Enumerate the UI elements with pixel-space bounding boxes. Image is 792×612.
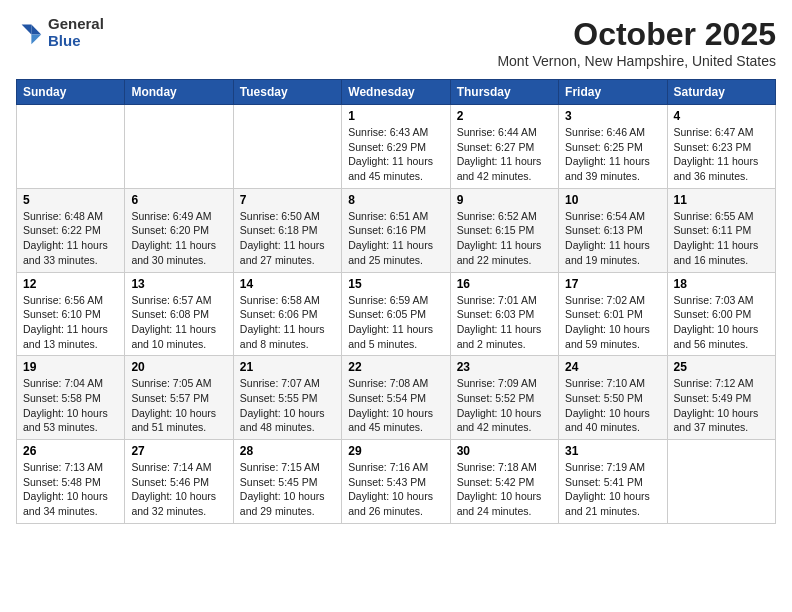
day-detail: Sunrise: 7:01 AMSunset: 6:03 PMDaylight:… [457,293,552,352]
calendar-cell [667,440,775,524]
day-number: 20 [131,360,226,374]
svg-marker-2 [22,24,32,34]
calendar-cell: 15Sunrise: 6:59 AMSunset: 6:05 PMDayligh… [342,272,450,356]
day-detail: Sunrise: 7:19 AMSunset: 5:41 PMDaylight:… [565,460,660,519]
location-title: Mont Vernon, New Hampshire, United State… [497,53,776,69]
day-detail: Sunrise: 7:02 AMSunset: 6:01 PMDaylight:… [565,293,660,352]
day-number: 16 [457,277,552,291]
day-detail: Sunrise: 7:04 AMSunset: 5:58 PMDaylight:… [23,376,118,435]
day-detail: Sunrise: 6:47 AMSunset: 6:23 PMDaylight:… [674,125,769,184]
day-detail: Sunrise: 6:59 AMSunset: 6:05 PMDaylight:… [348,293,443,352]
day-number: 2 [457,109,552,123]
weekday-header-wednesday: Wednesday [342,80,450,105]
day-detail: Sunrise: 6:56 AMSunset: 6:10 PMDaylight:… [23,293,118,352]
day-detail: Sunrise: 7:18 AMSunset: 5:42 PMDaylight:… [457,460,552,519]
day-number: 12 [23,277,118,291]
calendar-cell: 20Sunrise: 7:05 AMSunset: 5:57 PMDayligh… [125,356,233,440]
calendar-cell: 16Sunrise: 7:01 AMSunset: 6:03 PMDayligh… [450,272,558,356]
day-number: 18 [674,277,769,291]
calendar-cell: 11Sunrise: 6:55 AMSunset: 6:11 PMDayligh… [667,188,775,272]
day-number: 27 [131,444,226,458]
weekday-header-monday: Monday [125,80,233,105]
calendar-cell: 31Sunrise: 7:19 AMSunset: 5:41 PMDayligh… [559,440,667,524]
day-number: 6 [131,193,226,207]
calendar-body: 1Sunrise: 6:43 AMSunset: 6:29 PMDaylight… [17,105,776,524]
calendar-cell: 28Sunrise: 7:15 AMSunset: 5:45 PMDayligh… [233,440,341,524]
calendar-cell: 30Sunrise: 7:18 AMSunset: 5:42 PMDayligh… [450,440,558,524]
week-row-5: 26Sunrise: 7:13 AMSunset: 5:48 PMDayligh… [17,440,776,524]
logo-blue-text: Blue [48,33,104,50]
day-number: 29 [348,444,443,458]
calendar-cell: 19Sunrise: 7:04 AMSunset: 5:58 PMDayligh… [17,356,125,440]
weekday-header-thursday: Thursday [450,80,558,105]
day-detail: Sunrise: 7:07 AMSunset: 5:55 PMDaylight:… [240,376,335,435]
logo: General Blue [16,16,104,49]
day-number: 28 [240,444,335,458]
weekday-header-sunday: Sunday [17,80,125,105]
calendar-cell [17,105,125,189]
day-detail: Sunrise: 7:16 AMSunset: 5:43 PMDaylight:… [348,460,443,519]
day-detail: Sunrise: 7:14 AMSunset: 5:46 PMDaylight:… [131,460,226,519]
calendar-cell [125,105,233,189]
day-number: 1 [348,109,443,123]
day-detail: Sunrise: 7:03 AMSunset: 6:00 PMDaylight:… [674,293,769,352]
day-detail: Sunrise: 7:05 AMSunset: 5:57 PMDaylight:… [131,376,226,435]
calendar-cell: 9Sunrise: 6:52 AMSunset: 6:15 PMDaylight… [450,188,558,272]
calendar-cell: 25Sunrise: 7:12 AMSunset: 5:49 PMDayligh… [667,356,775,440]
title-block: October 2025 Mont Vernon, New Hampshire,… [497,16,776,69]
calendar-cell: 4Sunrise: 6:47 AMSunset: 6:23 PMDaylight… [667,105,775,189]
calendar-cell: 21Sunrise: 7:07 AMSunset: 5:55 PMDayligh… [233,356,341,440]
calendar-cell: 2Sunrise: 6:44 AMSunset: 6:27 PMDaylight… [450,105,558,189]
day-number: 15 [348,277,443,291]
day-number: 10 [565,193,660,207]
day-number: 11 [674,193,769,207]
logo-icon [16,19,44,47]
day-number: 4 [674,109,769,123]
calendar-cell: 6Sunrise: 6:49 AMSunset: 6:20 PMDaylight… [125,188,233,272]
day-detail: Sunrise: 7:13 AMSunset: 5:48 PMDaylight:… [23,460,118,519]
calendar-cell: 27Sunrise: 7:14 AMSunset: 5:46 PMDayligh… [125,440,233,524]
day-detail: Sunrise: 7:15 AMSunset: 5:45 PMDaylight:… [240,460,335,519]
day-number: 13 [131,277,226,291]
day-detail: Sunrise: 6:52 AMSunset: 6:15 PMDaylight:… [457,209,552,268]
week-row-4: 19Sunrise: 7:04 AMSunset: 5:58 PMDayligh… [17,356,776,440]
day-number: 9 [457,193,552,207]
day-detail: Sunrise: 6:43 AMSunset: 6:29 PMDaylight:… [348,125,443,184]
calendar-cell: 8Sunrise: 6:51 AMSunset: 6:16 PMDaylight… [342,188,450,272]
calendar-cell: 5Sunrise: 6:48 AMSunset: 6:22 PMDaylight… [17,188,125,272]
day-detail: Sunrise: 6:58 AMSunset: 6:06 PMDaylight:… [240,293,335,352]
calendar-cell [233,105,341,189]
calendar-cell: 24Sunrise: 7:10 AMSunset: 5:50 PMDayligh… [559,356,667,440]
day-number: 17 [565,277,660,291]
day-number: 14 [240,277,335,291]
day-number: 5 [23,193,118,207]
calendar-cell: 18Sunrise: 7:03 AMSunset: 6:00 PMDayligh… [667,272,775,356]
day-number: 3 [565,109,660,123]
weekday-header-saturday: Saturday [667,80,775,105]
day-number: 25 [674,360,769,374]
calendar-cell: 26Sunrise: 7:13 AMSunset: 5:48 PMDayligh… [17,440,125,524]
day-number: 19 [23,360,118,374]
calendar-cell: 22Sunrise: 7:08 AMSunset: 5:54 PMDayligh… [342,356,450,440]
day-number: 31 [565,444,660,458]
page-header: General Blue October 2025 Mont Vernon, N… [16,16,776,69]
day-number: 23 [457,360,552,374]
day-detail: Sunrise: 6:55 AMSunset: 6:11 PMDaylight:… [674,209,769,268]
day-number: 26 [23,444,118,458]
week-row-3: 12Sunrise: 6:56 AMSunset: 6:10 PMDayligh… [17,272,776,356]
calendar-cell: 1Sunrise: 6:43 AMSunset: 6:29 PMDaylight… [342,105,450,189]
day-detail: Sunrise: 6:48 AMSunset: 6:22 PMDaylight:… [23,209,118,268]
day-detail: Sunrise: 7:09 AMSunset: 5:52 PMDaylight:… [457,376,552,435]
day-number: 21 [240,360,335,374]
day-detail: Sunrise: 6:44 AMSunset: 6:27 PMDaylight:… [457,125,552,184]
weekday-header-tuesday: Tuesday [233,80,341,105]
logo-text: General Blue [48,16,104,49]
calendar-cell: 29Sunrise: 7:16 AMSunset: 5:43 PMDayligh… [342,440,450,524]
calendar-cell: 13Sunrise: 6:57 AMSunset: 6:08 PMDayligh… [125,272,233,356]
weekday-header-friday: Friday [559,80,667,105]
day-number: 30 [457,444,552,458]
calendar-cell: 7Sunrise: 6:50 AMSunset: 6:18 PMDaylight… [233,188,341,272]
svg-marker-0 [31,24,41,34]
calendar-cell: 14Sunrise: 6:58 AMSunset: 6:06 PMDayligh… [233,272,341,356]
day-detail: Sunrise: 7:10 AMSunset: 5:50 PMDaylight:… [565,376,660,435]
